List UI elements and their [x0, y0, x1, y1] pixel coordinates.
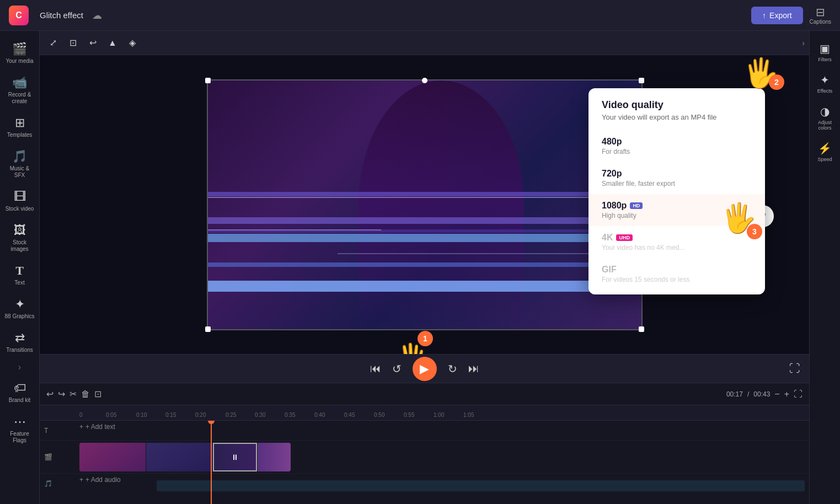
- cut-button[interactable]: ✂: [69, 389, 77, 399]
- play-button[interactable]: ▶: [413, 357, 437, 381]
- plus-text-icon: +: [79, 423, 83, 431]
- hd-badge: HD: [630, 202, 643, 209]
- handle-top-center[interactable]: [422, 78, 427, 83]
- video-clip-container: ⏸: [79, 443, 805, 471]
- step-badge-2: 2: [769, 74, 784, 90]
- text-track-icon: T: [44, 427, 48, 435]
- sidebar-item-stock-images[interactable]: 🖼 Stock images: [2, 219, 38, 257]
- sidebar-item-your-media[interactable]: 🎬 Your media: [2, 37, 38, 69]
- zoom-in-button[interactable]: +: [784, 389, 789, 399]
- fullscreen-button[interactable]: ⛶: [789, 362, 800, 375]
- export-arrow-icon: ↑: [762, 11, 766, 20]
- quality-option-gif[interactable]: GIF For videos 15 seconds or less: [588, 258, 765, 290]
- stock-images-icon: 🖼: [14, 223, 26, 238]
- export-button[interactable]: ↑ Export: [751, 7, 802, 24]
- sidebar-item-record-create[interactable]: 📹 Record &create: [2, 71, 38, 109]
- pause-icon: ⏸: [231, 453, 239, 462]
- ruler-mark-15: 0:15: [165, 412, 176, 418]
- clip-segment-4[interactable]: [258, 443, 291, 471]
- playhead[interactable]: [211, 421, 212, 504]
- crop-tool[interactable]: ⤢: [44, 34, 62, 52]
- text-track: T + + Add text: [40, 421, 809, 441]
- clip-segment-1[interactable]: [79, 443, 146, 471]
- quality-option-480p[interactable]: 480p For drafts: [588, 130, 765, 162]
- handle-bottom-left[interactable]: [205, 326, 211, 332]
- flip-icon: ▲: [108, 38, 117, 48]
- timeline-toolbar: ↩ ↪ ✂ 🗑 ⊡ 00:17 / 00:43 − + ⛶: [40, 383, 809, 405]
- captions-button[interactable]: ⊟ Captions: [810, 6, 831, 25]
- right-item-adjust-colors[interactable]: ◑ Adjust colors: [811, 100, 839, 135]
- sidebar-item-graphics[interactable]: ✦ 88 Graphics: [2, 293, 38, 324]
- sidebar-item-transitions[interactable]: ⇄ Transitions: [2, 326, 38, 358]
- audio-track-icon: 🎵: [44, 480, 52, 487]
- sidebar-item-brand-kit[interactable]: 🏷 Brand kit: [2, 377, 38, 408]
- sidebar-item-music[interactable]: 🎵 Music & SFX: [2, 145, 38, 183]
- ruler-mark-5: 0:05: [106, 412, 116, 418]
- quality-option-1080p[interactable]: 1080p HD High quality: [588, 194, 765, 226]
- tool-expand-btn[interactable]: ›: [802, 39, 805, 47]
- quality-title: Video quality: [602, 99, 752, 111]
- record-icon: 📹: [12, 76, 27, 90]
- project-title: Glitch effect: [40, 10, 83, 20]
- captions-icon: ⊟: [816, 6, 825, 19]
- ruler-mark-30: 0:30: [255, 412, 265, 418]
- video-track-icon: 🎬: [44, 453, 52, 461]
- handle-top-left[interactable]: [205, 78, 211, 83]
- main-area: 🎬 Your media 📹 Record &create ⊞ Template…: [0, 31, 840, 504]
- effects-icon: ✦: [820, 73, 830, 87]
- transitions-icon: ⇄: [15, 331, 25, 345]
- undo-button[interactable]: ↩: [46, 389, 53, 399]
- rotate-tool[interactable]: ↩: [84, 34, 101, 52]
- app-logo[interactable]: C: [9, 6, 29, 25]
- sidebar-item-stock-video[interactable]: 🎞 Stock video: [2, 185, 38, 217]
- expand-timeline-button[interactable]: ⛶: [794, 389, 802, 399]
- sidebar-item-templates[interactable]: ⊞ Templates: [2, 111, 38, 143]
- redo-button[interactable]: ↪: [58, 389, 65, 399]
- brand-kit-icon: 🏷: [14, 381, 26, 395]
- play-icon: ▶: [420, 362, 429, 376]
- quality-option-720p[interactable]: 720p Smaller file, faster export: [588, 162, 765, 194]
- glitch-layer-2: [208, 217, 641, 224]
- sidebar-item-text[interactable]: T Text: [2, 259, 38, 291]
- sidebar-item-feature-flags[interactable]: ⋯ Feature Flags: [2, 410, 38, 448]
- hand-icon-1: 🖐: [393, 342, 429, 354]
- ruler-mark-10: 0:10: [136, 412, 147, 418]
- ruler-mark-0: 0: [79, 412, 83, 418]
- clip-segment-3[interactable]: ⏸: [213, 443, 257, 471]
- cursor-annotation-2: 🖐 2: [743, 56, 779, 90]
- zoom-out-button[interactable]: −: [774, 389, 779, 399]
- quality-popup: Video quality Your video will export as …: [588, 88, 765, 294]
- cloud-icon: ☁: [92, 9, 102, 22]
- topbar: C Glitch effect ☁ ↑ Export ⊟ Captions: [0, 0, 840, 31]
- right-item-speed[interactable]: ⚡ Speed: [811, 137, 839, 167]
- current-time: 00:17: [726, 390, 743, 398]
- resize-tool[interactable]: ⊡: [64, 34, 82, 52]
- rotate-icon: ↩: [89, 37, 97, 48]
- clip-segment-2[interactable]: [146, 443, 212, 471]
- handle-top-right[interactable]: [639, 78, 644, 83]
- sidebar-collapse-arrow[interactable]: ›: [16, 360, 23, 374]
- back5-button[interactable]: ↺: [392, 362, 402, 376]
- glitch-layer-6: [208, 281, 641, 292]
- quality-option-4k[interactable]: 4K UHD Your video has no 4K med...: [588, 226, 765, 258]
- topbar-right: ↑ Export ⊟ Captions: [751, 6, 831, 25]
- total-time: 00:43: [753, 390, 770, 398]
- plus-audio-icon: +: [79, 476, 83, 484]
- center-panel: ⤢ ⊡ ↩ ▲ ◈ ›: [40, 31, 809, 504]
- add-text-button[interactable]: + + Add text: [79, 423, 805, 431]
- timeline-tracks: T + + Add text 🎬: [40, 421, 809, 504]
- right-item-effects[interactable]: ✦ Effects: [811, 69, 839, 98]
- duplicate-button[interactable]: ⊡: [94, 389, 101, 399]
- forward5-button[interactable]: ↻: [448, 362, 457, 376]
- h-line-2: [208, 229, 381, 230]
- right-sidebar: ▣ Filters ✦ Effects ◑ Adjust colors ⚡ Sp…: [809, 31, 840, 504]
- flip-tool[interactable]: ▲: [104, 34, 121, 52]
- right-item-filters[interactable]: ▣ Filters: [811, 37, 839, 67]
- skip-back-button[interactable]: ⏮: [370, 362, 381, 375]
- align-tool[interactable]: ◈: [124, 34, 141, 52]
- delete-button[interactable]: 🗑: [81, 389, 90, 399]
- skip-forward-button[interactable]: ⏭: [468, 362, 479, 375]
- ruler-mark-100: 1:00: [434, 412, 444, 418]
- graphics-icon: ✦: [15, 297, 25, 312]
- handle-bottom-right[interactable]: [639, 326, 644, 332]
